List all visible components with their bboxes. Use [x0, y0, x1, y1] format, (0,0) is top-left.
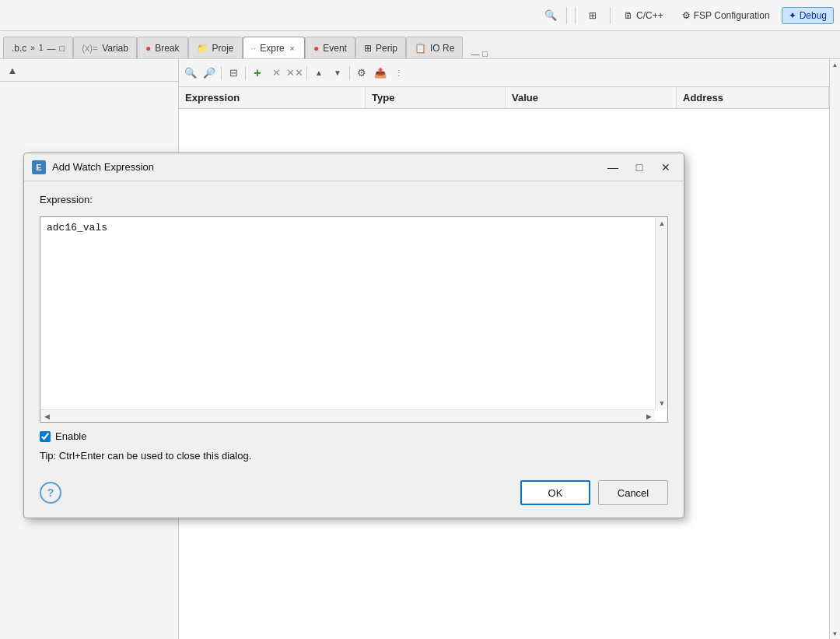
fsp-icon: ⚙ [682, 10, 691, 21]
textarea-scroll-right-arrow[interactable]: ▶ [642, 410, 655, 423]
tab-perip[interactable]: ⊞ Perip [355, 37, 406, 58]
debug-button[interactable]: ✦ Debug [782, 7, 834, 24]
help-button[interactable]: ? [40, 482, 61, 504]
tab-restore-icon[interactable]: □ [59, 44, 65, 53]
expression-input[interactable]: adc16_vals [40, 217, 655, 420]
tab-variab-prefix: (x)= [82, 43, 98, 54]
tab-expre-label: Expre [260, 43, 284, 54]
layout-icon: ⊞ [589, 10, 597, 21]
add-watch-expression-dialog: E Add Watch Expression — □ ✕ Expression:… [23, 153, 684, 518]
tab-subscript: 1 [39, 44, 44, 52]
tab-proje-label: Proje [212, 43, 234, 54]
separator-3 [610, 7, 611, 24]
tab-file-label: .b.c [12, 43, 26, 54]
tab-perip-icon: ⊞ [364, 43, 372, 54]
textarea-vscroll-track[interactable] [656, 230, 667, 397]
search-icon[interactable]: 🔍 [541, 6, 560, 25]
tab-event-dot: ● [313, 43, 319, 54]
tab-bar: .b.c » 1 — □ (x)= Variab ● Break 📁 Proje… [0, 31, 840, 59]
layout-button[interactable]: ⊞ [582, 7, 604, 24]
cpp-button[interactable]: 🗎 C/C++ [617, 7, 670, 24]
dialog-overlay: E Add Watch Expression — □ ✕ Expression:… [0, 59, 840, 639]
tab-break-label: Break [155, 43, 179, 54]
dialog-maximize-button[interactable]: □ [629, 159, 649, 176]
enable-label[interactable]: Enable [55, 430, 86, 442]
expr-input-wrapper: adc16_vals ▲ ▼ ◀ ▶ [40, 216, 668, 423]
tab-variab-label: Variab [102, 43, 128, 54]
fsp-button[interactable]: ⚙ FSP Configuration [675, 7, 777, 24]
enable-checkbox[interactable] [40, 431, 51, 442]
maximize-all-icon[interactable]: □ [482, 49, 488, 58]
dialog-footer: ? OK Cancel [24, 471, 684, 518]
tip-text: Tip: Ctrl+Enter can be used to close thi… [40, 450, 668, 462]
enable-row: Enable [40, 430, 668, 442]
textarea-scroll-up-arrow[interactable]: ▲ [656, 217, 668, 230]
fsp-label: FSP Configuration [694, 10, 770, 21]
tab-overflow-icon: » [30, 44, 35, 52]
tab-event-label: Event [323, 43, 347, 54]
textarea-scroll-left-arrow[interactable]: ◀ [40, 410, 53, 423]
tab-perip-label: Perip [376, 43, 397, 54]
dialog-minimize-button[interactable]: — [603, 159, 623, 176]
top-toolbar: 🔍 ⊞ 🗎 C/C++ ⚙ FSP Configuration ✦ Debug [0, 0, 840, 31]
ok-button[interactable]: OK [520, 480, 590, 505]
minimize-all-icon[interactable]: — [471, 49, 479, 58]
tab-proje-icon: 📁 [197, 43, 208, 54]
dialog-title: Add Watch Expression [52, 161, 597, 173]
dialog-titlebar: E Add Watch Expression — □ ✕ [24, 153, 684, 181]
tab-expre-dots: ·· [251, 43, 257, 54]
tab-break[interactable]: ● Break [137, 37, 188, 58]
tab-expre-close[interactable]: × [289, 43, 296, 54]
dialog-close-button[interactable]: ✕ [656, 159, 676, 176]
tab-expre[interactable]: ·· Expre × [243, 37, 305, 58]
debug-label: Debug [800, 10, 827, 21]
textarea-hscrollbar: ◀ ▶ [40, 409, 655, 422]
textarea-scroll-down-arrow[interactable]: ▼ [656, 397, 668, 409]
tab-variab[interactable]: (x)= Variab [73, 37, 137, 58]
main-area: ▲ 🔍 🔎 ⊟ + ✕ ✕✕ ▲ ▼ ⚙ 📤 ⋮ Expression Type… [0, 59, 840, 639]
textarea-vscrollbar: ▲ ▼ [655, 217, 667, 409]
cpp-icon: 🗎 [624, 10, 633, 21]
tab-proje[interactable]: 📁 Proje [188, 37, 243, 58]
expression-label: Expression: [40, 194, 668, 205]
tab-pin-icon[interactable]: — [47, 44, 55, 53]
help-icon: ? [47, 486, 54, 499]
cancel-button[interactable]: Cancel [598, 480, 668, 505]
separator-1 [566, 7, 567, 24]
debug-icon: ✦ [789, 10, 796, 21]
dialog-body: Expression: adc16_vals ▲ ▼ ◀ ▶ [24, 181, 684, 471]
tab-iore-icon: 📋 [415, 43, 426, 54]
cpp-label: C/C++ [636, 10, 663, 21]
tab-iore-label: IO Re [430, 43, 454, 54]
tab-break-dot: ● [145, 43, 151, 54]
dialog-title-icon: E [32, 160, 46, 174]
tab-event[interactable]: ● Event [305, 37, 355, 58]
separator-2 [575, 7, 576, 24]
tab-file[interactable]: .b.c » 1 — □ [3, 37, 73, 58]
tab-iore[interactable]: 📋 IO Re [406, 37, 463, 58]
